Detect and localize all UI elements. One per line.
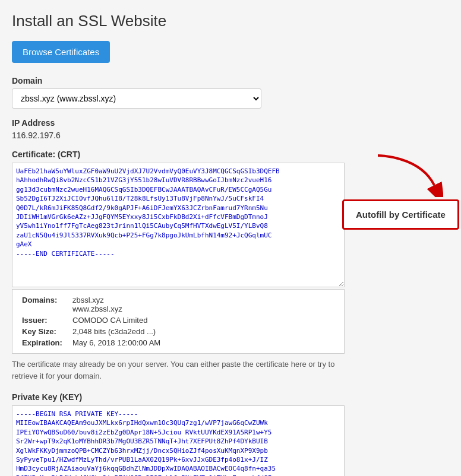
keysize-label: Key Size:	[18, 326, 69, 337]
keysize-value: 2,048 bits (c3da2edd ...)	[69, 326, 338, 337]
red-arrow-icon	[342, 150, 443, 197]
ip-section: IP Address 116.92.197.6	[12, 118, 449, 140]
private-key-section: Private Key (KEY) The private key may al…	[12, 392, 449, 476]
private-key-textarea[interactable]	[12, 405, 345, 476]
domain-label: Domain	[12, 76, 449, 85]
domain-select[interactable]: zbssl.xyz (www.zbssl.xyz)	[12, 88, 261, 109]
autofill-area: Autofill by Certificate	[342, 150, 449, 230]
cert-info-domains: Domains: zbssl.xyz www.zbssl.xyz	[18, 294, 338, 315]
private-key-label: Private Key (KEY)	[12, 392, 449, 402]
autofill-by-certificate-button[interactable]: Autofill by Certificate	[342, 199, 459, 230]
cert-info-expiration: Expiration: May 6, 2018 12:00:00 AM	[18, 337, 338, 348]
issuer-value: COMODO CA Limited	[69, 315, 338, 326]
expiration-label: Expiration:	[18, 337, 69, 348]
domains-value: zbssl.xyz www.zbssl.xyz	[69, 294, 338, 315]
certificate-section: Certificate: (CRT) Autofill by Certifica…	[12, 150, 449, 382]
domain-section: Domain zbssl.xyz (www.zbssl.xyz)	[12, 76, 449, 109]
cert-info-keysize: Key Size: 2,048 bits (c3da2edd ...)	[18, 326, 338, 337]
certificate-textarea[interactable]	[12, 163, 345, 287]
expiration-value: May 6, 2018 12:00:00 AM	[69, 337, 338, 348]
page-title: Install an SSL Website	[12, 12, 449, 30]
ip-value: 116.92.197.6	[12, 131, 61, 140]
certificate-note: The certificate may already be on your s…	[12, 358, 345, 382]
cert-info-issuer: Issuer: COMODO CA Limited	[18, 315, 338, 326]
certificate-info: Domains: zbssl.xyz www.zbssl.xyz Issuer:…	[12, 289, 345, 354]
ip-label: IP Address	[12, 118, 449, 128]
domains-label: Domains:	[18, 294, 69, 315]
issuer-label: Issuer:	[18, 315, 69, 326]
browse-certificates-button[interactable]: Browse Certificates	[12, 41, 110, 63]
